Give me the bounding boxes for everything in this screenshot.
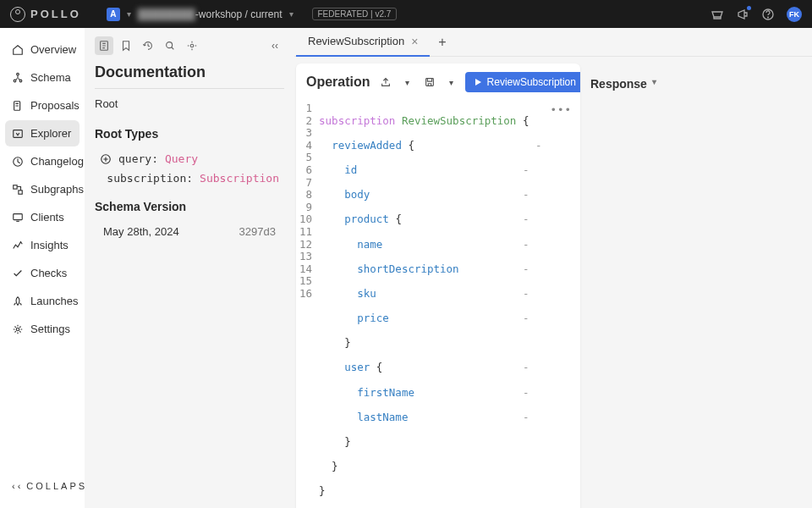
topbar: POLLO A ▾ ████████-workshop / current ▾ … xyxy=(0,0,812,28)
docs-tab-button[interactable] xyxy=(95,36,113,55)
svg-point-2 xyxy=(17,73,19,75)
svg-rect-9 xyxy=(19,190,22,193)
line-gutter: 12345678910111213141516 xyxy=(299,102,319,508)
type-link[interactable]: Subscription xyxy=(200,172,279,185)
share-icon[interactable] xyxy=(377,74,394,91)
sidebar-item-clients[interactable]: Clients xyxy=(5,204,80,230)
doc-title: Documentation xyxy=(95,64,284,81)
inbox-icon[interactable] xyxy=(710,8,724,21)
sidebar-item-insights[interactable]: Insights xyxy=(5,232,80,258)
document-icon xyxy=(98,40,110,52)
sidebar-item-label: Explorer xyxy=(30,127,71,140)
run-operation-button[interactable]: ReviewSubscription xyxy=(465,72,580,92)
sidebar-item-label: Checks xyxy=(30,267,67,279)
clients-icon xyxy=(12,212,24,224)
home-icon xyxy=(12,44,24,56)
save-icon[interactable] xyxy=(421,74,438,91)
insights-icon xyxy=(12,240,24,251)
root-type-subscription[interactable]: subscription: Subscription xyxy=(95,168,284,188)
gear-icon xyxy=(186,40,198,52)
sidebar-item-label: Changelog xyxy=(30,155,84,168)
collapse-sidebar-button[interactable]: ‹‹COLLAPSE xyxy=(5,472,80,500)
chevron-down-icon[interactable]: ▾ xyxy=(399,74,416,91)
version-date: May 28th, 2024 xyxy=(103,225,179,238)
search-button[interactable] xyxy=(161,36,179,55)
sidebar-item-label: Launches xyxy=(30,295,78,307)
sidebar-item-launches[interactable]: Launches xyxy=(5,288,80,314)
apollo-logo-icon xyxy=(10,7,25,22)
svg-rect-10 xyxy=(14,213,23,219)
documentation-panel: ‹‹ Documentation Root Root Types query: … xyxy=(85,28,294,508)
breadcrumb[interactable]: ████████-workshop / current xyxy=(138,8,283,20)
tab-label: ReviewSubscription xyxy=(308,35,404,47)
schema-icon xyxy=(12,72,24,84)
chevron-down-icon[interactable]: ▾ xyxy=(443,74,460,91)
logo[interactable]: POLLO xyxy=(10,7,81,22)
sidebar-item-label: Settings xyxy=(30,323,70,335)
root-link[interactable]: Root xyxy=(95,97,284,110)
sidebar-item-subgraphs[interactable]: Subgraphs xyxy=(5,176,80,202)
history-icon xyxy=(142,40,154,52)
help-icon[interactable] xyxy=(761,8,775,21)
sidebar-item-schema[interactable]: Schema xyxy=(5,64,80,91)
add-tab-button[interactable]: + xyxy=(430,35,454,50)
history-button[interactable] xyxy=(139,36,157,55)
response-title: Response xyxy=(590,77,647,91)
run-label: ReviewSubscription xyxy=(487,76,576,88)
breadcrumb-suffix: -workshop / current xyxy=(195,8,283,20)
tab-review-subscription[interactable]: ReviewSubscription × xyxy=(296,28,430,57)
field-label: query: xyxy=(118,152,158,165)
sidebar-item-label: Clients xyxy=(30,211,64,224)
gear-icon xyxy=(12,323,24,335)
version-hash[interactable]: 3297d3 xyxy=(239,225,276,238)
sidebar-item-explorer[interactable]: Explorer xyxy=(5,120,80,146)
sidebar-item-label: Proposals xyxy=(30,99,80,112)
sidebar: Overview Schema Proposals Explorer Chang… xyxy=(0,28,85,508)
svg-rect-8 xyxy=(14,185,17,188)
search-icon xyxy=(164,40,176,52)
operation-panel: Operation ▾ ▾ ReviewSubscription xyxy=(296,64,580,508)
explorer-icon xyxy=(12,128,24,140)
response-panel: Response ▾ xyxy=(580,64,667,508)
editor-area: ReviewSubscription × + Operation ▾ ▾ xyxy=(294,28,812,508)
bookmark-button[interactable] xyxy=(117,36,135,55)
rocket-icon xyxy=(12,295,24,307)
root-type-query[interactable]: query: Query xyxy=(95,149,284,168)
sidebar-item-proposals[interactable]: Proposals xyxy=(5,92,80,119)
code-content: subscription ReviewSubscription { review… xyxy=(319,102,541,508)
type-link[interactable]: Query xyxy=(165,152,198,165)
collapse-panel-button[interactable]: ‹‹ xyxy=(266,36,284,55)
subgraphs-icon xyxy=(12,184,24,196)
tab-bar: ReviewSubscription × + xyxy=(294,28,812,57)
graph-badge[interactable]: A xyxy=(107,8,120,21)
close-icon[interactable]: × xyxy=(411,35,418,48)
play-icon xyxy=(474,78,482,86)
sidebar-item-label: Overview xyxy=(30,43,76,56)
add-field-icon[interactable] xyxy=(100,153,112,165)
chevron-down-icon[interactable]: ▾ xyxy=(652,77,656,86)
sidebar-item-label: Schema xyxy=(30,71,71,84)
sidebar-item-checks[interactable]: Checks xyxy=(5,260,80,286)
root-types-heading: Root Types xyxy=(95,127,284,141)
sidebar-item-label: Subgraphs xyxy=(30,183,84,196)
announcement-icon[interactable] xyxy=(736,8,749,21)
code-editor[interactable]: ••• 12345678910111213141516 subscription… xyxy=(296,101,580,508)
proposals-icon xyxy=(12,100,24,112)
bookmark-icon xyxy=(120,40,132,52)
more-icon[interactable]: ••• xyxy=(550,104,572,117)
check-icon xyxy=(12,268,24,279)
logo-text: POLLO xyxy=(30,8,81,20)
sidebar-item-changelog[interactable]: Changelog xyxy=(5,148,80,174)
svg-point-1 xyxy=(768,17,769,18)
breadcrumb-org: ████████ xyxy=(138,8,195,20)
svg-point-14 xyxy=(190,44,194,47)
chevron-down-icon[interactable]: ▾ xyxy=(289,9,294,19)
avatar[interactable]: FK xyxy=(787,7,802,22)
sidebar-item-overview[interactable]: Overview xyxy=(5,36,80,63)
federation-badge: FEDERATED | v2.7 xyxy=(312,8,398,20)
changelog-icon xyxy=(12,156,24,168)
chevron-down-icon[interactable]: ▾ xyxy=(127,9,131,19)
sidebar-item-settings[interactable]: Settings xyxy=(5,316,80,342)
svg-point-11 xyxy=(16,328,19,331)
settings-button[interactable] xyxy=(183,36,201,55)
